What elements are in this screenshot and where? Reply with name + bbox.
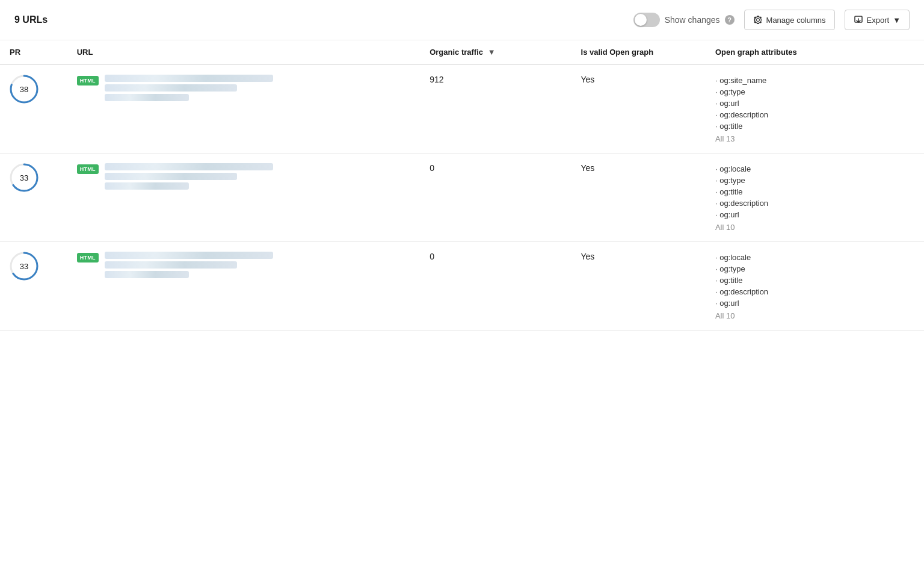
blur-line [105, 94, 189, 101]
help-icon[interactable]: ? [725, 15, 735, 25]
data-table: PR URL Organic traffic ▼ Is valid Open g… [0, 40, 924, 331]
blur-line [105, 252, 273, 259]
list-item: og:description [715, 109, 914, 120]
all-count: All 10 [715, 223, 914, 232]
list-item: og:title [715, 275, 914, 286]
list-item: og:url [715, 209, 914, 220]
traffic-cell: 912 [420, 64, 571, 154]
html-badge: HTML [77, 164, 99, 174]
list-item: og:locale [715, 163, 914, 175]
export-button[interactable]: Export ▼ [845, 10, 910, 30]
pr-cell: 33 [0, 154, 67, 242]
url-inner: HTML [77, 163, 410, 190]
show-changes-label: Show changes [665, 15, 720, 25]
pr-ring: 33 [10, 163, 38, 192]
blur-line [105, 173, 237, 180]
traffic-cell: 0 [420, 242, 571, 331]
url-blur-block [105, 163, 273, 190]
table-row: 33 HTML 0Yesog:localeog:typeog:titleog:d… [0, 154, 924, 242]
og-attributes-cell: og:site_nameog:typeog:urlog:descriptiono… [706, 64, 924, 154]
list-item: og:type [715, 175, 914, 186]
show-changes-toggle[interactable] [633, 13, 660, 27]
col-header-traffic[interactable]: Organic traffic ▼ [420, 40, 571, 64]
og-attributes-cell: og:localeog:typeog:titleog:descriptionog… [706, 242, 924, 331]
attributes-list: og:site_nameog:typeog:urlog:descriptiono… [715, 75, 914, 132]
data-table-container: PR URL Organic traffic ▼ Is valid Open g… [0, 40, 924, 331]
blur-line [105, 271, 189, 278]
pr-value: 33 [20, 173, 28, 182]
list-item: og:type [715, 263, 914, 275]
list-item: og:title [715, 186, 914, 197]
blur-line [105, 75, 273, 82]
attributes-list: og:localeog:typeog:titleog:descriptionog… [715, 163, 914, 220]
og-valid-cell: Yes [571, 242, 706, 331]
url-blur-block [105, 75, 273, 101]
list-item: og:description [715, 286, 914, 297]
blur-line [105, 182, 189, 190]
url-count: 9 URLs [14, 14, 48, 25]
pr-ring: 33 [10, 252, 38, 281]
list-item: og:type [715, 86, 914, 98]
url-blur-block [105, 252, 273, 278]
show-changes-wrapper: Show changes ? [633, 13, 735, 27]
export-icon [854, 15, 863, 25]
og-attributes-cell: og:localeog:typeog:titleog:descriptionog… [706, 154, 924, 242]
sort-arrow-traffic: ▼ [488, 48, 496, 57]
all-count: All 13 [715, 134, 914, 143]
pr-value: 33 [20, 262, 28, 271]
url-cell: HTML [67, 64, 420, 154]
list-item: og:locale [715, 252, 914, 263]
top-bar-actions: Show changes ? Manage columns Export ▼ [633, 10, 910, 30]
og-valid-cell: Yes [571, 154, 706, 242]
col-header-attributes: Open graph attributes [706, 40, 924, 64]
html-badge: HTML [77, 76, 99, 85]
url-inner: HTML [77, 75, 410, 101]
col-header-pr: PR [0, 40, 67, 64]
export-chevron: ▼ [893, 16, 901, 25]
traffic-cell: 0 [420, 154, 571, 242]
table-row: 38 HTML 912Yesog:site_nameog:typeog:urlo… [0, 64, 924, 154]
top-bar: 9 URLs Show changes ? Manage columns Exp… [0, 0, 924, 40]
url-inner: HTML [77, 252, 410, 278]
blur-line [105, 163, 273, 170]
pr-ring: 38 [10, 75, 38, 104]
blur-line [105, 84, 237, 92]
list-item: og:site_name [715, 75, 914, 86]
gear-icon [753, 15, 763, 25]
url-cell: HTML [67, 154, 420, 242]
col-header-opengraph: Is valid Open graph [571, 40, 706, 64]
pr-value: 38 [20, 85, 28, 94]
og-valid-cell: Yes [571, 64, 706, 154]
html-badge: HTML [77, 253, 99, 262]
all-count: All 10 [715, 311, 914, 320]
blur-line [105, 261, 237, 269]
url-cell: HTML [67, 242, 420, 331]
list-item: og:title [715, 120, 914, 132]
list-item: og:description [715, 197, 914, 209]
attributes-list: og:localeog:typeog:titleog:descriptionog… [715, 252, 914, 309]
export-label: Export [867, 16, 890, 25]
manage-columns-button[interactable]: Manage columns [744, 10, 835, 30]
pr-cell: 33 [0, 242, 67, 331]
pr-cell: 38 [0, 64, 67, 154]
manage-columns-label: Manage columns [766, 16, 826, 25]
col-header-url: URL [67, 40, 420, 64]
table-row: 33 HTML 0Yesog:localeog:typeog:titleog:d… [0, 242, 924, 331]
list-item: og:url [715, 297, 914, 309]
list-item: og:url [715, 98, 914, 109]
